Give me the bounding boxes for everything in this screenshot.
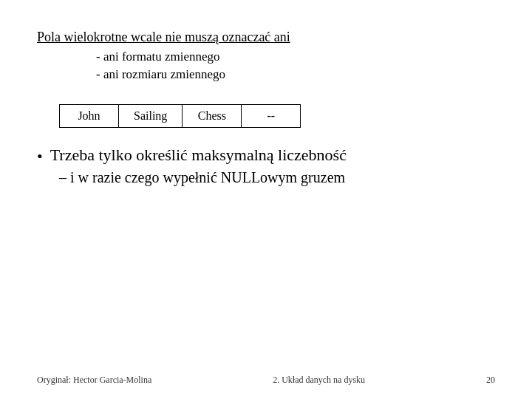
bullet-icon: • — [37, 147, 43, 166]
table-section: John Sailing Chess -- — [37, 104, 495, 128]
bullet-section: • Trzeba tylko określić maksymalną licze… — [37, 146, 495, 186]
bullet-main: • Trzeba tylko określić maksymalną licze… — [37, 146, 495, 166]
heading-line2: - ani formatu zmiennego — [96, 50, 495, 64]
cell-chess: Chess — [183, 105, 242, 128]
table-row: John Sailing Chess -- — [60, 105, 301, 128]
cell-sailing: Sailing — [119, 105, 183, 128]
footer-left: Oryginał: Hector Garcia-Molina — [37, 375, 151, 386]
heading-line3: - ani rozmiaru zmiennego — [96, 67, 495, 82]
slide-container: Pola wielokrotne wcale nie muszą oznacza… — [0, 0, 532, 399]
bullet-main-text: Trzeba tylko określić maksymalną liczebn… — [50, 146, 347, 165]
footer-center: 2. Układ danych na dysku — [273, 375, 365, 386]
cell-john: John — [60, 105, 119, 128]
top-section: Pola wielokrotne wcale nie muszą oznacza… — [37, 30, 495, 82]
heading-line1: Pola wielokrotne wcale nie muszą oznacza… — [37, 30, 495, 45]
footer: Oryginał: Hector Garcia-Molina 2. Układ … — [0, 375, 532, 386]
bullet-sub-text: – i w razie czego wypełnić NULLowym gruz… — [59, 169, 495, 186]
footer-right: 20 — [486, 375, 495, 386]
data-table: John Sailing Chess -- — [59, 104, 301, 128]
cell-dash: -- — [242, 105, 301, 128]
